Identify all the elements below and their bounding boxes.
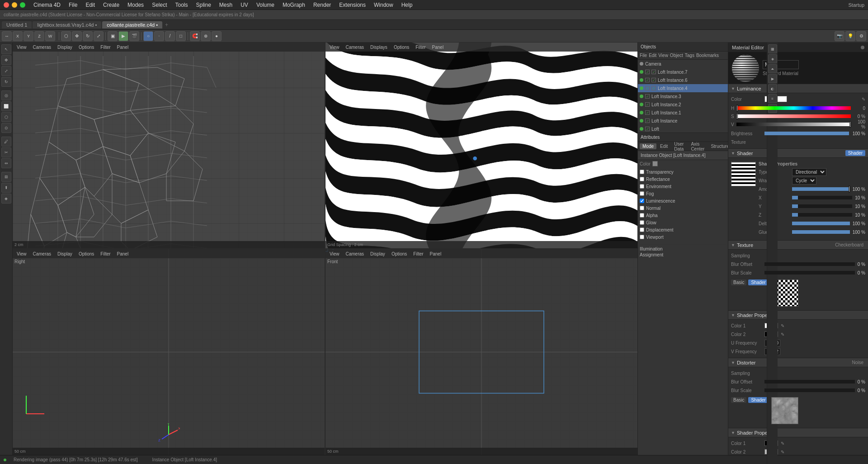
- icon-objects[interactable]: ▦: [768, 44, 777, 53]
- brightness-bar[interactable]: [764, 132, 849, 135]
- vp-persp-options-menu[interactable]: Options: [392, 45, 410, 50]
- check-transparency[interactable]: [640, 170, 644, 174]
- tb-select[interactable]: ⬡: [61, 31, 71, 41]
- tool-live-sel[interactable]: ◎: [1, 90, 11, 100]
- vp-front-view-menu[interactable]: View: [328, 251, 341, 256]
- viewport-front[interactable]: View Cameras Display Options Filter Pane…: [326, 249, 637, 455]
- vp-persp-view-menu[interactable]: View: [328, 45, 341, 50]
- z-bar[interactable]: [792, 213, 852, 217]
- check-displacement[interactable]: [640, 227, 644, 232]
- color2-edit[interactable]: ✎: [781, 332, 784, 337]
- shader-btn-noise[interactable]: Shader: [748, 397, 768, 403]
- color1-edit[interactable]: ✎: [781, 323, 784, 328]
- tab-untitled1[interactable]: Untitled 1: [2, 21, 32, 28]
- delta-bar[interactable]: [792, 222, 850, 225]
- noise-color2-edit[interactable]: ✎: [781, 450, 784, 455]
- attr-tab-mode[interactable]: Mode: [640, 143, 656, 149]
- menu-mograph[interactable]: MoGraph: [279, 1, 309, 9]
- vp-persp-panel-menu[interactable]: Panel: [431, 45, 445, 50]
- obj-check[interactable]: ✓: [645, 86, 650, 90]
- check-luminescence[interactable]: [640, 199, 644, 203]
- tb-camera-icon[interactable]: 📷: [835, 31, 844, 41]
- obj-menu-edit[interactable]: Edit: [649, 53, 656, 58]
- vp-persp-cameras-menu[interactable]: Cameras: [344, 45, 366, 50]
- vp-persp-displays-menu[interactable]: Displays: [369, 45, 389, 50]
- tool-paint[interactable]: 🖊: [1, 137, 11, 147]
- obj-loft2[interactable]: ✓ Loft Instance.2: [638, 100, 728, 109]
- type-select[interactable]: Directional: [792, 168, 826, 176]
- shader-props2-header[interactable]: ▼ Shader Properties: [728, 311, 868, 320]
- tool-floor[interactable]: ⊞: [1, 172, 11, 182]
- tb-x[interactable]: X: [13, 31, 23, 41]
- menu-help[interactable]: Help: [398, 1, 416, 9]
- v-bar[interactable]: [736, 123, 851, 126]
- tab-lightbox[interactable]: lightbox.tessuti.Vray1.c4d •: [33, 21, 101, 28]
- viewport-top[interactable]: View Cameras Display Options Filter Pane…: [13, 43, 325, 248]
- distorter-header[interactable]: ▼ Distorter Noise: [728, 358, 868, 367]
- check-environment[interactable]: [640, 184, 644, 189]
- menu-modes[interactable]: Modes: [124, 1, 147, 9]
- obj-loft1[interactable]: ✓ Loft Instance.1: [638, 109, 728, 117]
- obj-loft4[interactable]: ✓ ✓ Loft Instance.4: [638, 84, 728, 92]
- obj-check[interactable]: ✓: [645, 70, 650, 74]
- attr-color-swatch[interactable]: [652, 161, 658, 166]
- tool-extrude[interactable]: ⬆: [1, 183, 11, 193]
- vp-front-cameras-menu[interactable]: Cameras: [344, 251, 366, 256]
- tool-poly-sel[interactable]: ⬡: [1, 112, 11, 122]
- basic-btn-noise[interactable]: Basic: [731, 397, 746, 403]
- obj-check[interactable]: ✓: [645, 127, 650, 131]
- vp-top-filter-menu[interactable]: Filter: [99, 45, 112, 50]
- obj-loft0[interactable]: ✓ Loft Instance: [638, 117, 728, 125]
- vp-right-options-menu[interactable]: Options: [77, 251, 95, 256]
- tb-face-mode[interactable]: □: [176, 31, 186, 41]
- tb-solo[interactable]: ●: [212, 31, 222, 41]
- tool-bridge[interactable]: ⇔: [1, 158, 11, 168]
- obj-menu-object[interactable]: Object: [670, 53, 683, 58]
- vp-top-cameras-menu[interactable]: Cameras: [32, 45, 53, 50]
- texture-section-header[interactable]: ▼ Texture Checkerboard: [728, 241, 868, 250]
- color-edit-icon[interactable]: ✎: [862, 97, 865, 102]
- icon-render[interactable]: ▶: [768, 74, 777, 83]
- tb-render-region[interactable]: ▣: [108, 31, 118, 41]
- check-alpha[interactable]: [640, 213, 644, 218]
- new-tab-button[interactable]: +: [165, 22, 168, 28]
- menu-render[interactable]: Render: [310, 1, 335, 9]
- icon-texture[interactable]: ◈: [768, 54, 777, 63]
- tool-pointer[interactable]: ↖: [1, 44, 11, 54]
- vp-right-panel-menu[interactable]: Panel: [116, 251, 130, 256]
- shader1-type-btn[interactable]: Shader: [845, 150, 865, 156]
- menu-uv[interactable]: UV: [237, 1, 252, 9]
- s-bar[interactable]: [736, 114, 851, 118]
- glue-bar[interactable]: [792, 230, 850, 234]
- luminance-section-header[interactable]: ▼ Luminance: [728, 84, 868, 93]
- tb-edge-mode[interactable]: /: [165, 31, 175, 41]
- amount-thumb[interactable]: [849, 186, 850, 192]
- h-thumb[interactable]: [736, 105, 738, 111]
- obj-menu-file[interactable]: File: [640, 53, 647, 58]
- noise-color1-edit[interactable]: ✎: [781, 441, 784, 446]
- icon-layer[interactable]: ≡: [768, 94, 777, 103]
- obj-menu-bookmarks[interactable]: Bookmarks: [696, 53, 719, 58]
- tb-scale[interactable]: ⤢: [94, 31, 104, 41]
- vp-front-display-menu[interactable]: Display: [369, 251, 387, 256]
- attr-tab-structure[interactable]: Structure: [708, 143, 728, 149]
- obj-menu-view[interactable]: View: [658, 53, 668, 58]
- menu-file[interactable]: File: [65, 1, 81, 9]
- menu-select[interactable]: Select: [148, 1, 170, 9]
- blur-scale-bar[interactable]: [764, 271, 855, 275]
- tool-move[interactable]: ✥: [1, 55, 11, 65]
- tb-move2[interactable]: ✥: [72, 31, 82, 41]
- menu-mesh[interactable]: Mesh: [216, 1, 236, 9]
- noise-props-header[interactable]: ▼ Shader Properties: [728, 428, 868, 437]
- tb-obj-mode[interactable]: ○: [143, 31, 153, 41]
- menu-spline[interactable]: Spline: [193, 1, 215, 9]
- vp-front-filter-menu[interactable]: Filter: [412, 251, 425, 256]
- tb-move[interactable]: ↔: [2, 31, 12, 41]
- obj-loft7[interactable]: ✓ ✓ Loft Instance.7: [638, 68, 728, 76]
- wrap-select[interactable]: Cycle: [792, 177, 816, 185]
- vp-front-options-menu[interactable]: Options: [390, 251, 408, 256]
- tb-render-view[interactable]: ▶: [118, 31, 128, 41]
- obj-check[interactable]: ✓: [645, 94, 650, 99]
- check-glow[interactable]: [640, 220, 644, 225]
- tb-axis[interactable]: ⊕: [201, 31, 211, 41]
